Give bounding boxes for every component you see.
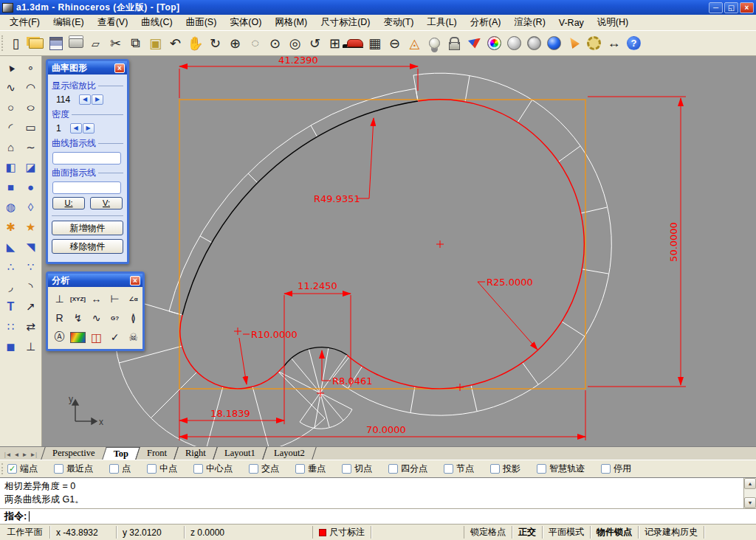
- layout-shapes-icon[interactable]: ◬: [405, 33, 425, 53]
- osnap-toggle[interactable]: 节点: [444, 463, 474, 475]
- analysis-panel-titlebar[interactable]: 分析 ×: [48, 274, 142, 287]
- annotate-icon[interactable]: ▱: [86, 33, 106, 53]
- save-icon[interactable]: [46, 33, 66, 53]
- first-tab-button[interactable]: |◄: [4, 451, 12, 458]
- paste-icon[interactable]: ▣: [145, 33, 165, 53]
- lock-icon[interactable]: [444, 33, 464, 53]
- layer-pane[interactable]: 尺寸标注: [312, 526, 371, 539]
- freeform-curve-icon[interactable]: ∼: [21, 137, 41, 157]
- rotate-view-icon[interactable]: ↻: [205, 33, 225, 53]
- restore-button[interactable]: ◱: [724, 2, 738, 13]
- zoom-extents-icon[interactable]: ⊙: [265, 33, 285, 53]
- torus-icon[interactable]: ◍: [1, 197, 21, 217]
- osnap-checkbox[interactable]: [109, 464, 119, 474]
- cplane-pane[interactable]: 工作平面: [0, 526, 50, 539]
- undo-view-icon[interactable]: ↺: [305, 33, 325, 53]
- minimize-button[interactable]: ─: [709, 2, 723, 13]
- menu-transform[interactable]: 变动(T): [377, 15, 421, 30]
- osnap-toggle[interactable]: 中点: [147, 463, 177, 475]
- planar-toggle[interactable]: 平面模式: [543, 526, 591, 539]
- arc-icon[interactable]: ◜: [1, 117, 21, 137]
- osnap-checkbox[interactable]: [537, 464, 546, 474]
- last-tab-button[interactable]: ►|: [30, 451, 37, 458]
- osnap-checkbox[interactable]: [7, 464, 17, 474]
- menu-file[interactable]: 文件(F): [3, 15, 47, 30]
- orient-icon[interactable]: ⇄: [21, 316, 41, 336]
- tab-right[interactable]: Right: [173, 447, 217, 460]
- naked-edges-icon[interactable]: ☠: [124, 328, 142, 347]
- radius-icon[interactable]: R: [50, 308, 69, 328]
- surface-analysis-icon[interactable]: [69, 328, 87, 347]
- osnap-checkbox[interactable]: [444, 464, 453, 474]
- menu-analyze[interactable]: 分析(A): [464, 15, 508, 30]
- tab-top[interactable]: Top: [102, 447, 140, 460]
- angle-icon[interactable]: ∠α: [124, 289, 142, 308]
- circle-tool-icon[interactable]: ⊖: [385, 33, 405, 53]
- shaded-sphere-icon[interactable]: [544, 33, 564, 53]
- distance-icon[interactable]: ↔: [87, 289, 106, 308]
- osnap-toggle[interactable]: 端点: [7, 463, 38, 475]
- undo-icon[interactable]: ↶: [165, 33, 185, 53]
- notify-cone-icon[interactable]: [564, 33, 584, 53]
- tab-front[interactable]: Front: [135, 447, 179, 460]
- dimension-tool-icon[interactable]: ↔: [604, 33, 624, 53]
- ellipse-icon[interactable]: ○: [16, 97, 45, 117]
- osnap-toggle[interactable]: 四分点: [388, 463, 427, 475]
- help-icon[interactable]: ?: [627, 36, 641, 50]
- volume-icon[interactable]: ◫: [87, 328, 106, 347]
- viewport-layout-icon[interactable]: ⊞: [325, 33, 345, 53]
- analysis-panel-close-icon[interactable]: ×: [130, 276, 140, 285]
- sphere-icon[interactable]: ●: [21, 177, 41, 197]
- osnap-toggle[interactable]: 垂点: [295, 463, 326, 475]
- continuity-icon[interactable]: G?: [106, 308, 124, 328]
- viewport-canvas[interactable]: 41.2390 50.0000 70.0000 18.1839 11.2450 …: [42, 56, 756, 446]
- osnap-checkbox[interactable]: [193, 464, 203, 474]
- scroll-down-icon[interactable]: ▼: [744, 497, 756, 508]
- osnap-checkbox[interactable]: [249, 464, 258, 474]
- zoom-icon[interactable]: ⊕: [225, 33, 245, 53]
- extend-curve-icon[interactable]: ◝: [21, 277, 41, 297]
- curvature-panel-titlebar[interactable]: 曲率图形 ×: [48, 61, 127, 75]
- osnap-checkbox[interactable]: [388, 464, 398, 474]
- boolean-union-icon[interactable]: ∴: [1, 257, 21, 277]
- xyz-coords-icon[interactable]: [XYZ]: [69, 289, 87, 308]
- split-icon[interactable]: ◥: [21, 237, 41, 257]
- next-tab-button[interactable]: ►: [21, 451, 27, 458]
- surface-hair-input[interactable]: [52, 181, 121, 194]
- osnap-checkbox[interactable]: [54, 464, 63, 474]
- area-icon[interactable]: Ⓐ: [50, 328, 69, 347]
- close-button[interactable]: ×: [740, 2, 754, 13]
- patch-icon[interactable]: ◊: [21, 197, 41, 217]
- menu-curve[interactable]: 曲线(C): [134, 15, 179, 30]
- options-gear-icon[interactable]: [584, 33, 604, 53]
- osnap-checkbox[interactable]: [601, 464, 611, 474]
- cube-icon[interactable]: ◼: [1, 336, 21, 356]
- zoom-window-icon[interactable]: ◌: [245, 33, 265, 53]
- point-icon[interactable]: ∘: [21, 58, 41, 77]
- app-icon[interactable]: [2, 3, 13, 13]
- surface-points-icon[interactable]: ◧: [1, 157, 21, 177]
- osnap-toggle[interactable]: 智慧轨迹: [537, 463, 585, 475]
- curve-icon[interactable]: ∿: [1, 77, 21, 97]
- prev-tab-button[interactable]: ◄: [14, 451, 20, 458]
- text-icon[interactable]: T: [1, 297, 21, 316]
- menu-help[interactable]: 说明(H): [591, 15, 635, 30]
- osnap-toggle[interactable]: 点: [109, 463, 131, 475]
- osnap-toggle[interactable]: 交点: [249, 463, 279, 475]
- point-eval-icon[interactable]: ⊥: [50, 289, 69, 308]
- menu-edit[interactable]: 编辑(E): [47, 15, 91, 30]
- explode-icon[interactable]: ✱: [1, 217, 21, 237]
- command-input-row[interactable]: 指令:: [0, 509, 756, 525]
- curvature-graph-icon[interactable]: ∿: [87, 308, 106, 328]
- pan-icon[interactable]: ✋: [185, 33, 205, 53]
- flash-icon[interactable]: ★: [21, 217, 41, 237]
- curvature-panel-close-icon[interactable]: ×: [114, 63, 125, 73]
- tab-perspective[interactable]: Perspective: [41, 447, 106, 460]
- osnap-toggle[interactable]: 停用: [601, 463, 631, 475]
- cplane-icon[interactable]: ▦: [365, 33, 385, 53]
- scale-increase-button[interactable]: ▶: [92, 94, 103, 105]
- fillet-curve-icon[interactable]: ◞: [1, 277, 21, 297]
- remove-objects-button[interactable]: 移除物件: [52, 239, 123, 254]
- u-direction-button[interactable]: U:: [52, 197, 85, 210]
- open-file-icon[interactable]: [26, 33, 46, 53]
